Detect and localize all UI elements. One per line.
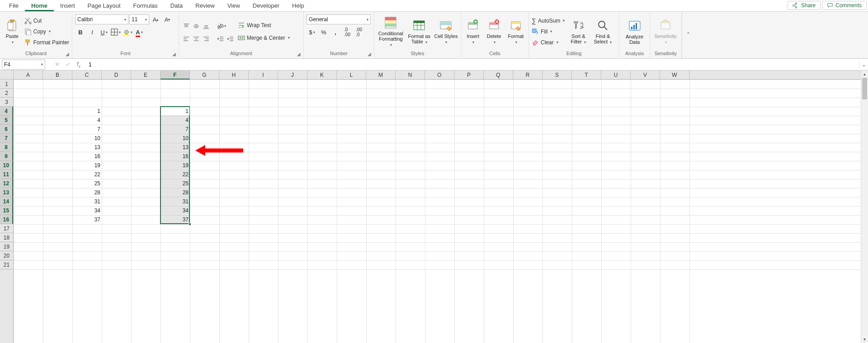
percent-format-button[interactable]: % [318,27,329,37]
cut-button[interactable]: Cut [24,16,69,26]
decrease-indent-button[interactable] [216,34,225,44]
column-header-V[interactable]: V [631,70,660,80]
align-middle-button[interactable] [192,21,201,31]
row-header-20[interactable]: 20 [0,251,13,260]
cell-F4[interactable]: 1 [160,107,190,116]
fill-button[interactable]: Fill▾ [532,27,565,37]
tab-data[interactable]: Data [164,0,189,11]
insert-cells-button[interactable]: Insert▾ [464,14,482,50]
column-header-G[interactable]: G [190,70,219,80]
tab-developer[interactable]: Developer [246,0,286,11]
cell-F12[interactable]: 25 [160,179,190,188]
column-header-K[interactable]: K [307,70,337,80]
column-header-S[interactable]: S [542,70,572,80]
format-painter-button[interactable]: Format Painter [24,38,69,47]
column-headers[interactable]: ABCDEFGHIJKLMNOPQRSTUVW [14,70,861,80]
row-header-10[interactable]: 10 [0,161,13,170]
font-dialog-launcher[interactable]: ◢ [172,51,176,57]
conditional-formatting-button[interactable]: Conditional Formatting ▾ [377,14,405,50]
column-header-T[interactable]: T [572,70,601,80]
fill-handle[interactable] [189,223,191,226]
row-header-4[interactable]: 4 [0,107,13,116]
cell-F7[interactable]: 10 [160,134,190,143]
cell-C12[interactable]: 25 [72,179,102,188]
column-header-J[interactable]: J [278,70,307,80]
tab-review[interactable]: Review [189,0,221,11]
comments-button[interactable]: Comments [822,1,867,10]
delete-cells-button[interactable]: Delete▾ [485,14,503,50]
column-header-Q[interactable]: Q [484,70,513,80]
cancel-formula-button[interactable]: ✕ [52,60,62,70]
font-size-combo[interactable]: 11▾ [129,14,149,24]
underline-button[interactable]: U▾ [99,27,109,37]
align-center-button[interactable] [192,34,201,44]
cell-F15[interactable]: 34 [160,206,190,215]
cell-C13[interactable]: 28 [72,188,102,197]
row-header-1[interactable]: 1 [0,80,13,89]
cell-F6[interactable]: 7 [160,125,190,134]
ribbon-collapse-button[interactable]: ˆ [682,12,694,58]
scroll-up-button[interactable]: ▴ [861,70,868,78]
formula-input[interactable] [84,60,859,70]
cell-C14[interactable]: 31 [72,197,102,206]
row-header-18[interactable]: 18 [0,233,13,242]
fill-color-button[interactable]: ▾ [122,27,133,37]
font-name-combo[interactable]: Calibri▾ [75,14,128,24]
row-header-5[interactable]: 5 [0,116,13,125]
tab-file[interactable]: File [3,0,25,11]
row-header-9[interactable]: 9 [0,152,13,161]
cell-C6[interactable]: 7 [72,125,102,134]
alignment-dialog-launcher[interactable]: ◢ [297,51,301,57]
format-as-table-button[interactable]: Format as Table ▾ [407,14,431,50]
cell-F5[interactable]: 4 [160,116,190,125]
cell-F8[interactable]: 13 [160,143,190,152]
tab-view[interactable]: View [221,0,246,11]
number-dialog-launcher[interactable]: ◢ [368,51,371,57]
row-header-2[interactable]: 2 [0,89,13,98]
increase-font-size-button[interactable]: A▴ [150,14,161,24]
decrease-font-size-button[interactable]: A▾ [162,14,173,24]
borders-button[interactable]: ▾ [110,27,121,37]
row-header-15[interactable]: 15 [0,206,13,215]
tab-insert[interactable]: Insert [54,0,81,11]
row-header-12[interactable]: 12 [0,179,13,188]
tab-home[interactable]: Home [25,0,54,11]
column-header-M[interactable]: M [366,70,396,80]
comma-format-button[interactable]: , [330,27,341,37]
worksheet-grid[interactable]: ABCDEFGHIJKLMNOPQRSTUVW 1234567891011121… [0,70,868,343]
cell-C4[interactable]: 1 [72,107,102,116]
bold-button[interactable]: B [75,27,86,37]
row-header-7[interactable]: 7 [0,134,13,143]
row-header-21[interactable]: 21 [0,260,13,269]
find-select-button[interactable]: Find & Select ▾ [592,14,613,50]
cell-F11[interactable]: 22 [160,170,190,179]
row-header-19[interactable]: 19 [0,242,13,251]
cell-F10[interactable]: 19 [160,161,190,170]
cell-F13[interactable]: 28 [160,188,190,197]
cell-F16[interactable]: 37 [160,215,190,224]
formula-bar-expand-button[interactable]: ⌄ [859,61,868,68]
decrease-decimal-button[interactable]: .00.0 [354,27,364,37]
vertical-scrollbar[interactable]: ▴ ▾ [861,70,868,343]
row-header-16[interactable]: 16 [0,215,13,224]
column-header-A[interactable]: A [14,70,43,80]
row-header-13[interactable]: 13 [0,188,13,197]
increase-decimal-button[interactable]: .0.00 [342,27,353,37]
paste-button[interactable]: Paste▾ [3,14,22,50]
column-header-N[interactable]: N [396,70,425,80]
format-cells-button[interactable]: Format▾ [506,14,526,50]
insert-function-button[interactable]: fx [73,60,84,70]
cell-C5[interactable]: 4 [72,116,102,125]
row-header-6[interactable]: 6 [0,125,13,134]
column-header-P[interactable]: P [454,70,484,80]
share-button[interactable]: Share [788,1,821,10]
align-right-button[interactable] [202,34,211,44]
copy-button[interactable]: Copy▾ [24,27,69,37]
analyze-data-button[interactable]: Analyze Data [622,14,647,50]
cell-F9[interactable]: 16 [160,152,190,161]
clear-button[interactable]: Clear▾ [532,38,565,47]
cell-C16[interactable]: 37 [72,215,102,224]
sort-filter-button[interactable]: AZ Sort & Filter ▾ [567,14,589,50]
italic-button[interactable]: I [87,27,98,37]
column-header-H[interactable]: H [219,70,249,80]
